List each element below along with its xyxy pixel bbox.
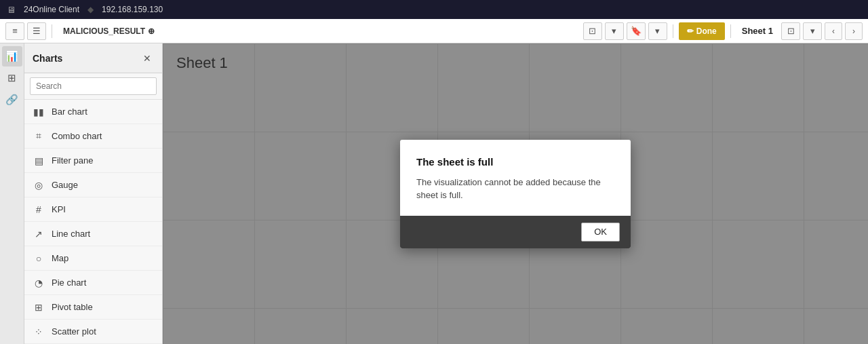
app-label-text: MALICIOUS_RESULT <box>63 26 145 36</box>
modal-footer: OK <box>400 216 631 248</box>
line-chart-icon: ↗ <box>33 229 45 240</box>
combo-chart-icon: ⌗ <box>33 130 45 142</box>
toolbar-divider-2 <box>673 24 673 38</box>
modal-title: The sheet is full <box>416 156 614 168</box>
title-sep: ◆ <box>87 5 94 14</box>
sheet-name: Sheet 1 <box>736 26 778 36</box>
next-icon: › <box>852 26 855 36</box>
sidebar: Charts ✕ ▮▮ Bar chart ⌗ Combo chart ▤ Fi… <box>24 43 163 344</box>
gauge-icon: ◎ <box>33 180 45 191</box>
sidebar-title: Charts <box>33 53 62 64</box>
main-area: 📊 ⊞ 🔗 Charts ✕ ▮▮ Bar chart ⌗ Combo char… <box>0 43 868 344</box>
sidebar-item-gauge[interactable]: ◎ Gauge <box>24 173 162 197</box>
menu-icon: ≡ <box>12 26 18 36</box>
scatter-plot-icon: ⁘ <box>33 326 45 337</box>
sheet-dropdown-icon: ▾ <box>810 26 815 36</box>
modal-message: The visualization cannot be added becaus… <box>416 176 614 202</box>
left-strip: 📊 ⊞ 🔗 <box>0 43 24 344</box>
sheet-dropdown-button[interactable]: ▾ <box>803 22 822 40</box>
scatter-plot-label: Scatter plot <box>52 326 96 337</box>
app-name: 24Online Client <box>24 5 79 14</box>
bookmark-dropdown-icon: ▾ <box>655 26 660 36</box>
sidebar-item-filter-pane[interactable]: ▤ Filter pane <box>24 149 162 173</box>
search-input[interactable] <box>30 77 157 95</box>
next-sheet-button[interactable]: › <box>845 22 863 40</box>
bookmark-button[interactable]: 🔖 <box>627 22 646 40</box>
kpi-label: KPI <box>52 204 66 214</box>
charts-icon: 📊 <box>5 50 18 62</box>
prev-icon: ‹ <box>832 26 835 36</box>
links-icon: 🔗 <box>5 94 18 106</box>
modal-body: The sheet is full The visualization cann… <box>400 140 631 216</box>
map-label: Map <box>52 253 68 263</box>
sidebar-item-combo-chart[interactable]: ⌗ Combo chart <box>24 124 162 149</box>
sidebar-items-list: ▮▮ Bar chart ⌗ Combo chart ▤ Filter pane… <box>24 100 162 344</box>
camera-icon: ⊡ <box>589 26 596 36</box>
map-icon: ○ <box>33 253 45 264</box>
combo-chart-label: Combo chart <box>52 131 102 141</box>
filter-pane-icon: ▤ <box>33 155 45 166</box>
bar-chart-icon: ▮▮ <box>33 107 45 117</box>
toolbar-divider <box>52 24 52 38</box>
sidebar-search <box>24 73 162 100</box>
sidebar-item-pie-chart[interactable]: ◔ Pie chart <box>24 271 162 295</box>
modal-ok-button[interactable]: OK <box>581 223 620 242</box>
dropdown-icon: ▾ <box>612 26 616 36</box>
toolbar-divider-3 <box>730 24 731 38</box>
bookmark-icon: 🔖 <box>631 26 642 36</box>
links-strip-icon[interactable]: 🔗 <box>2 90 22 110</box>
charts-strip-icon[interactable]: 📊 <box>2 46 22 66</box>
view-options-button[interactable]: ⊡ <box>781 22 800 40</box>
sidebar-item-map[interactable]: ○ Map <box>24 246 162 271</box>
line-chart-label: Line chart <box>52 229 90 239</box>
app-plus-icon: ⊕ <box>148 26 155 36</box>
apps-strip-icon[interactable]: ⊞ <box>2 68 22 88</box>
app-icon: 🖥 <box>7 5 16 15</box>
pie-chart-label: Pie chart <box>52 278 86 288</box>
snapshot-dropdown-button[interactable]: ▾ <box>605 22 624 40</box>
sidebar-item-bar-chart[interactable]: ▮▮ Bar chart <box>24 100 162 124</box>
title-bar: 🖥 24Online Client ◆ 192.168.159.130 <box>0 0 868 19</box>
snapshot-button[interactable]: ⊡ <box>583 22 602 40</box>
toolbar-left: ≡ ☰ MALICIOUS_RESULT ⊕ <box>5 22 580 40</box>
sidebar-item-scatter-plot[interactable]: ⁘ Scatter plot <box>24 320 162 344</box>
canvas-area: Sheet 1 The sheet is full The visualizat… <box>163 43 868 344</box>
done-label: Done <box>696 26 717 36</box>
gauge-label: Gauge <box>52 180 78 190</box>
app-name-label: MALICIOUS_RESULT ⊕ <box>58 26 160 36</box>
pivot-table-label: Pivot table <box>52 302 93 312</box>
modal-overlay: The sheet is full The visualization cann… <box>163 43 868 344</box>
filter-pane-label: Filter pane <box>52 155 93 166</box>
bookmark-dropdown-button[interactable]: ▾ <box>648 22 667 40</box>
pivot-table-icon: ⊞ <box>33 302 45 313</box>
apps-icon: ⊞ <box>7 72 16 84</box>
sidebar-header: Charts ✕ <box>24 43 162 73</box>
list-icon: ☰ <box>33 26 41 36</box>
modal-dialog: The sheet is full The visualization cann… <box>400 140 631 248</box>
done-button[interactable]: ✏ Done <box>679 22 725 40</box>
view-icon: ⊡ <box>787 26 795 36</box>
sidebar-item-pivot-table[interactable]: ⊞ Pivot table <box>24 295 162 320</box>
pie-chart-icon: ◔ <box>33 278 45 288</box>
global-nav-button[interactable]: ≡ <box>5 22 24 40</box>
toolbar: ≡ ☰ MALICIOUS_RESULT ⊕ ⊡ ▾ 🔖 ▾ ✏ Done Sh… <box>0 19 868 43</box>
sidebar-item-kpi[interactable]: # KPI <box>24 197 162 222</box>
sidebar-close-button[interactable]: ✕ <box>140 52 154 65</box>
prev-sheet-button[interactable]: ‹ <box>825 22 842 40</box>
sidebar-item-line-chart[interactable]: ↗ Line chart <box>24 222 162 246</box>
edit-icon: ✏ <box>687 26 694 36</box>
kpi-icon: # <box>33 204 45 215</box>
bar-chart-label: Bar chart <box>52 107 87 117</box>
toolbar-right: ⊡ ▾ 🔖 ▾ ✏ Done Sheet 1 ⊡ ▾ ‹ › <box>583 22 863 40</box>
list-view-button[interactable]: ☰ <box>27 22 46 40</box>
ip-address: 192.168.159.130 <box>102 5 163 14</box>
